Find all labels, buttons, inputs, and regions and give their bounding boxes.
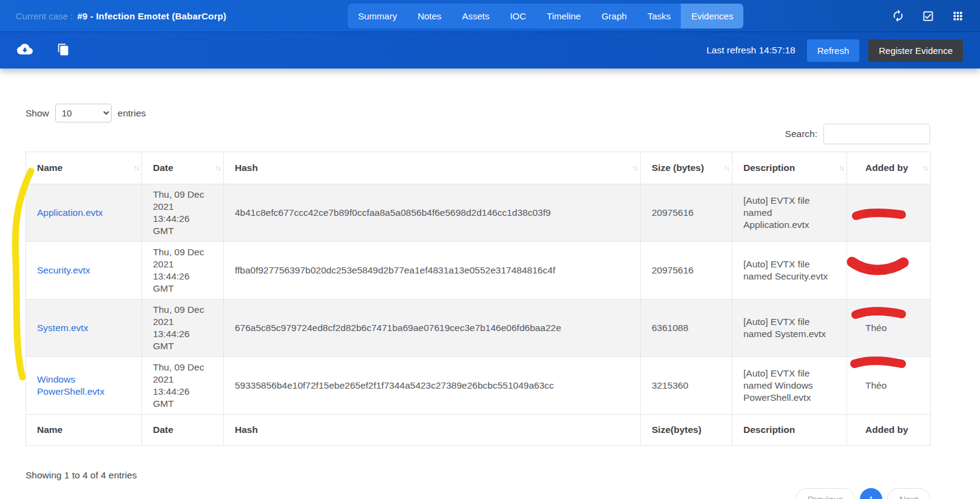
footer-header-hash: Hash: [224, 415, 641, 446]
hash-cell: 4b41c8efc677ccc42ce7b89f0ccfaa8a5a0856b4…: [224, 184, 641, 242]
table-row: Windows PowerShell.evtx Thu, 09 Dec 2021…: [26, 357, 931, 415]
column-header-name[interactable]: Name↑↓: [26, 152, 142, 184]
sort-icon: ↑↓: [724, 164, 729, 172]
evidence-table: Name↑↓ Date↑↓ Hash↑↓ Size (bytes)↑↓ Desc…: [25, 152, 931, 446]
pagination: Previous 1 Next: [25, 488, 930, 499]
date-cell: Thu, 09 Dec 2021 13:44:26 GMT: [142, 300, 224, 357]
size-cell: 6361088: [641, 300, 732, 357]
column-header-hash[interactable]: Hash↑↓: [224, 152, 641, 184]
hash-cell: ffba0f927756397b020dc253e5849d2b77ea1ef4…: [224, 242, 641, 300]
sort-icon: ↑↓: [133, 164, 139, 172]
date-cell: Thu, 09 Dec 2021 13:44:26 GMT: [142, 184, 224, 242]
register-evidence-button[interactable]: Register Evidence: [868, 39, 963, 62]
footer-header-size: Size(bytes): [641, 415, 732, 446]
case-tabbar: Summary Notes Assets IOC Timeline Graph …: [348, 4, 743, 28]
table-header-row: Name↑↓ Date↑↓ Hash↑↓ Size (bytes)↑↓ Desc…: [26, 152, 931, 184]
tab-ioc[interactable]: IOC: [499, 4, 536, 28]
show-label: Show: [25, 108, 49, 119]
description-cell: [Auto] EVTX file named Security.evtx: [732, 242, 847, 300]
date-cell: Thu, 09 Dec 2021 13:44:26 GMT: [142, 357, 224, 415]
description-cell: [Auto] EVTX file named Windows PowerShel…: [732, 357, 847, 415]
description-cell: [Auto] EVTX file named System.evtx: [732, 300, 847, 357]
entries-label: entries: [118, 108, 146, 119]
search-control: Search:: [25, 124, 930, 144]
added-by-cell: Théo: [847, 300, 931, 357]
tab-timeline[interactable]: Timeline: [536, 4, 591, 28]
table-row: System.evtx Thu, 09 Dec 2021 13:44:26 GM…: [26, 300, 931, 357]
sort-icon: ↑↓: [632, 164, 638, 172]
date-cell: Thu, 09 Dec 2021 13:44:26 GMT: [142, 242, 224, 300]
hash-cell: 676a5c85c979724ed8cf2d82b6c7471ba69ae076…: [224, 300, 641, 357]
table-footer-row: Name Date Hash Size(bytes) Description A…: [26, 415, 931, 446]
sort-icon: ↑↓: [215, 164, 221, 172]
evidence-link-security[interactable]: Security.evtx: [37, 265, 90, 275]
cloud-download-icon[interactable]: [17, 41, 33, 59]
top-navbar: Current case : #9 - Infection Emotet (Ba…: [0, 0, 980, 32]
page-size-select[interactable]: 10: [55, 104, 112, 122]
tab-notes[interactable]: Notes: [407, 4, 451, 28]
search-input[interactable]: [823, 124, 930, 144]
tab-assets[interactable]: Assets: [451, 4, 499, 28]
evidence-link-application[interactable]: Application.evtx: [37, 207, 103, 218]
footer-header-added-by: Added by: [847, 415, 931, 446]
apps-grid-icon[interactable]: [951, 10, 964, 22]
column-header-description[interactable]: Description↑↓: [732, 152, 847, 184]
last-refresh-text: Last refresh 14:57:18: [706, 45, 796, 56]
column-header-date[interactable]: Date↑↓: [142, 152, 224, 184]
evidences-card: Show 10 entries Search: Name↑↓ Date↑↓ Ha…: [0, 69, 980, 499]
column-header-size[interactable]: Size (bytes)↑↓: [641, 152, 732, 184]
sort-icon: ↑↓: [922, 164, 928, 172]
previous-page-button[interactable]: Previous: [796, 488, 855, 499]
footer-header-date: Date: [142, 415, 224, 446]
tab-graph[interactable]: Graph: [591, 4, 637, 28]
check-square-icon[interactable]: [922, 10, 934, 22]
size-cell: 20975616: [641, 242, 732, 300]
evidence-link-powershell[interactable]: Windows PowerShell.evtx: [37, 374, 104, 397]
tab-summary[interactable]: Summary: [348, 4, 407, 28]
added-by-cell: Théo: [847, 184, 931, 242]
sync-icon[interactable]: [891, 9, 905, 22]
tab-tasks[interactable]: Tasks: [637, 4, 681, 28]
added-by-cell: Théo: [847, 357, 931, 415]
sort-icon: ↑↓: [839, 164, 844, 172]
copy-icon[interactable]: [57, 43, 70, 58]
footer-header-name: Name: [26, 415, 142, 446]
column-header-added-by[interactable]: Added by↑↓: [847, 152, 931, 184]
current-case-title: #9 - Infection Emotet (BabarCorp): [77, 11, 226, 21]
added-by-cell: Théo: [847, 242, 931, 300]
page-size-control: Show 10 entries: [25, 104, 930, 122]
evidence-link-system[interactable]: System.evtx: [37, 323, 88, 333]
page-1-button[interactable]: 1: [860, 488, 882, 499]
refresh-button[interactable]: Refresh: [807, 39, 860, 62]
next-page-button[interactable]: Next: [887, 488, 930, 499]
size-cell: 20975616: [641, 184, 732, 242]
current-case-label: Current case :: [16, 11, 73, 21]
table-row: Application.evtx Thu, 09 Dec 2021 13:44:…: [26, 184, 931, 242]
search-label: Search:: [785, 129, 817, 139]
entries-summary: Showing 1 to 4 of 4 entries: [25, 470, 930, 481]
footer-header-description: Description: [732, 415, 847, 446]
table-row: Security.evtx Thu, 09 Dec 2021 13:44:26 …: [26, 242, 931, 300]
evidence-toolbar: Last refresh 14:57:18 Refresh Register E…: [0, 32, 980, 69]
tab-evidences[interactable]: Evidences: [681, 4, 743, 28]
hash-cell: 59335856b4e10f72f15ebe265ef2f1f7344a5423…: [224, 357, 641, 415]
description-cell: [Auto] EVTX file named Application.evtx: [732, 184, 847, 242]
size-cell: 3215360: [641, 357, 732, 415]
